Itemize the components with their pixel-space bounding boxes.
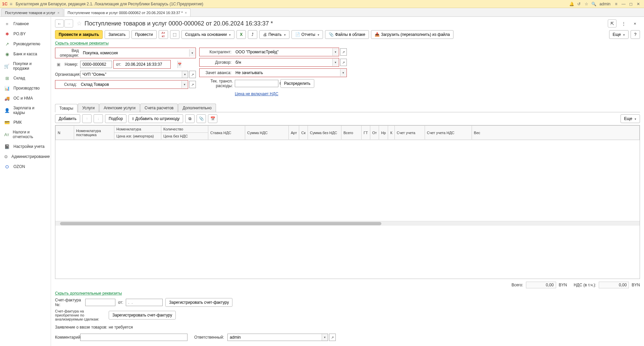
op-type-input[interactable] bbox=[81, 49, 189, 57]
post-button[interactable]: Провести bbox=[131, 30, 157, 39]
items-table[interactable]: N Номенклатура поставщика Номенклатура К… bbox=[55, 125, 640, 279]
cloud-files-button[interactable]: 📎 Файлы в облаке bbox=[325, 30, 369, 39]
more-header-icon[interactable]: ⋮ bbox=[619, 19, 628, 27]
register-invoice2-button[interactable]: Зарегистрировать счет-фактуру bbox=[109, 311, 176, 320]
tab-close-icon[interactable]: × bbox=[57, 11, 59, 15]
attach-icon[interactable]: 📎 bbox=[197, 114, 206, 123]
col-supplier-nom[interactable]: Номенклатура поставщика bbox=[74, 126, 114, 140]
dropdown-icon[interactable]: ▾ bbox=[332, 59, 338, 66]
responsible-input[interactable] bbox=[228, 334, 322, 341]
col-k[interactable]: К bbox=[388, 126, 394, 140]
help-button[interactable]: ? bbox=[631, 30, 640, 39]
date-input[interactable] bbox=[123, 61, 177, 68]
sidebar-item-настройки-учета[interactable]: 📓Настройки учета bbox=[0, 141, 51, 152]
open-icon[interactable]: ↗ bbox=[340, 59, 347, 66]
export-icon[interactable]: ⤴ bbox=[248, 30, 257, 39]
dropdown-icon[interactable]: ▾ bbox=[181, 81, 187, 88]
col-vat-rate[interactable]: Ставка НДС bbox=[208, 126, 245, 140]
distribute-button[interactable]: Распределить bbox=[280, 79, 314, 88]
dropdown-icon[interactable]: ▾ bbox=[340, 69, 346, 76]
col-art[interactable]: Арт bbox=[289, 126, 299, 140]
history-icon[interactable]: ↺ bbox=[575, 0, 583, 8]
warehouse-input[interactable] bbox=[79, 81, 181, 88]
load-from-file-button[interactable]: 📥 Загрузить (перезаполнить) из файла bbox=[371, 30, 453, 39]
close-doc-icon[interactable]: × bbox=[631, 19, 639, 27]
close-window-icon[interactable]: ✕ bbox=[635, 0, 642, 8]
open-icon[interactable]: ↗ bbox=[329, 334, 336, 341]
dropdown-icon[interactable]: ▾ bbox=[332, 48, 338, 56]
select-button[interactable]: Подбор bbox=[105, 114, 126, 123]
col-account[interactable]: Счет учета bbox=[394, 126, 425, 140]
sidebar-item-руководителю[interactable]: ↗Руководителю bbox=[0, 39, 51, 49]
tab-list[interactable]: Поступление товаров и услуг × bbox=[1, 8, 63, 16]
table-more-button[interactable]: Еще bbox=[621, 114, 640, 123]
comment-input[interactable] bbox=[80, 334, 187, 341]
create-based-button[interactable]: Создать на основании bbox=[181, 30, 235, 39]
org-input[interactable] bbox=[80, 71, 182, 78]
col-n[interactable]: N bbox=[56, 126, 74, 140]
nav-back-button[interactable]: ← bbox=[55, 19, 64, 27]
reports-button[interactable]: 📄 Отчеты bbox=[291, 30, 323, 39]
dtab-3[interactable]: Счета расчетов bbox=[140, 104, 178, 112]
sidebar-item-ozon[interactable]: OOZON bbox=[0, 162, 51, 172]
excel-icon[interactable]: X bbox=[236, 30, 246, 39]
move-down-icon[interactable]: ↓ bbox=[94, 114, 103, 123]
star-icon[interactable]: ☆ bbox=[583, 0, 590, 8]
col-mfr-price[interactable]: Цена изг. (импортера) bbox=[114, 133, 161, 140]
bell-icon[interactable]: 🔔 bbox=[568, 0, 575, 8]
sidebar-item-банк-и-касса[interactable]: ◉Банк и касса bbox=[0, 49, 51, 59]
tab-document[interactable]: Поступление товаров и услуг 0000-000062 … bbox=[64, 8, 191, 16]
open-icon[interactable]: ↗ bbox=[189, 81, 196, 88]
sidebar-item-po.by[interactable]: ✱PO.BY bbox=[0, 29, 51, 39]
print-button[interactable]: 🖨 Печать bbox=[259, 30, 289, 39]
col-vat-account[interactable]: Счет учета НДС bbox=[425, 126, 472, 140]
col-nr[interactable]: Нр bbox=[379, 126, 388, 140]
minimize-icon[interactable]: — bbox=[620, 0, 627, 8]
add-row-button[interactable]: Добавить bbox=[55, 114, 80, 123]
dtab-0[interactable]: Товары bbox=[55, 104, 77, 112]
contract-input[interactable] bbox=[233, 59, 332, 66]
dtab-4[interactable]: Дополнительно bbox=[178, 104, 216, 112]
link-icon[interactable]: ⇱ bbox=[608, 19, 616, 27]
dtab-1[interactable]: Услуги bbox=[78, 104, 99, 112]
dt-kt-icon[interactable]: Аткт bbox=[159, 30, 168, 39]
sidebar-item-главное[interactable]: ≡Главное bbox=[0, 19, 51, 29]
sidebar-item-ос-и-нма[interactable]: 🚚ОС и НМА bbox=[0, 93, 51, 103]
hide-main-link[interactable]: Скрыть основные реквизиты bbox=[55, 41, 640, 46]
more-button[interactable]: Еще bbox=[609, 30, 629, 39]
dropdown-icon[interactable]: ▾ bbox=[189, 49, 195, 57]
col-total[interactable]: Всего bbox=[341, 126, 362, 140]
favorite-icon[interactable]: ☆ bbox=[76, 20, 82, 27]
sidebar-item-склад[interactable]: ⊞Склад bbox=[0, 73, 51, 83]
post-and-close-button[interactable]: Провести и закрыть bbox=[55, 30, 103, 39]
calendar-icon[interactable]: 📅 bbox=[177, 61, 181, 68]
col-ot[interactable]: От bbox=[370, 126, 379, 140]
copy-icon[interactable]: ⧉ bbox=[185, 114, 195, 123]
dropdown-icon[interactable]: ▾ bbox=[322, 334, 328, 341]
sidebar-item-покупки-и-продажи[interactable]: 🛒Покупки и продажи bbox=[0, 59, 51, 73]
sidebar-item-администрирование[interactable]: ⚙Администрирование bbox=[0, 152, 51, 162]
dtab-2[interactable]: Агентские услуги bbox=[99, 104, 140, 112]
dropdown-icon[interactable]: ▾ bbox=[182, 71, 188, 78]
maximize-icon[interactable]: ◻ bbox=[627, 0, 635, 8]
menu-icon[interactable]: ≡ bbox=[10, 1, 12, 7]
col-nom[interactable]: Номенклатура bbox=[114, 126, 161, 133]
col-price-no-vat[interactable]: Цена без НДС bbox=[161, 133, 208, 140]
calendar-action-icon[interactable]: 📅 bbox=[208, 114, 217, 123]
nav-forward-button[interactable]: → bbox=[64, 19, 73, 27]
tab-close-icon[interactable]: × bbox=[185, 11, 187, 15]
price-no-vat-link[interactable]: Цена не включает НДС bbox=[235, 92, 278, 96]
col-sum-no-vat[interactable]: Сумма без НДС bbox=[308, 126, 341, 140]
sidebar-item-производство[interactable]: 📊Производство bbox=[0, 83, 51, 93]
add-by-barcode-button[interactable]: ⦀ Добавить по штрихкоду bbox=[128, 114, 183, 123]
hide-extra-link[interactable]: Скрыть дополнительные реквизиты bbox=[55, 291, 640, 296]
col-gt[interactable]: ГТ bbox=[362, 126, 370, 140]
counterparty-input[interactable] bbox=[233, 48, 332, 56]
col-weight[interactable]: Вес bbox=[472, 126, 639, 140]
related-icon[interactable]: ⬚ bbox=[170, 30, 179, 39]
user-label[interactable]: admin bbox=[599, 2, 610, 6]
sidebar-item-налоги-и-отчетность[interactable]: АтНалоги и отчетность bbox=[0, 127, 51, 141]
col-vat-sum[interactable]: Сумма НДС bbox=[245, 126, 289, 140]
register-invoice-button[interactable]: Зарегистрировать счет-фактуру bbox=[165, 298, 232, 307]
sidebar-item-рмк[interactable]: 💳РМК bbox=[0, 117, 51, 127]
